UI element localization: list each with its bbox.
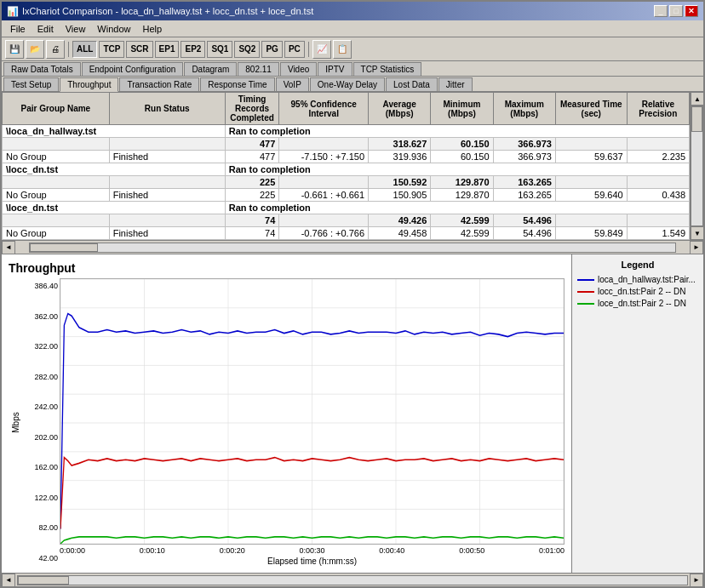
save-button[interactable]: 💾 — [5, 40, 24, 59]
col-header-measured-time: Measured Time (sec) — [555, 93, 627, 125]
chart-scroll-track[interactable] — [17, 575, 688, 585]
legend-item-0: loca_dn_hallway.tst:Pair... — [577, 275, 698, 284]
y-axis-ticks: 386.40 362.00 322.00 282.00 242.00 202.0… — [22, 278, 60, 566]
summary-timing-3: 74 — [225, 214, 279, 227]
x-axis-ticks: 0:00:00 0:00:10 0:00:20 0:00:30 0:00:40 … — [60, 545, 565, 557]
summary-confidence-1 — [279, 138, 369, 151]
filter-ep1[interactable]: EP1 — [155, 41, 180, 58]
filter-tcp[interactable]: TCP — [99, 41, 124, 58]
y-tick-1: 362.00 — [34, 312, 58, 321]
tab-iptv[interactable]: IPTV — [318, 62, 352, 76]
filter-sq2[interactable]: SQ2 — [234, 41, 260, 58]
legend-label-2: loce_dn.tst:Pair 2 -- DN — [598, 299, 686, 308]
tab-lost-data[interactable]: Lost Data — [386, 77, 438, 91]
table-row: No Group Finished 225 -0.661 : +0.661 15… — [3, 189, 690, 202]
summary-min-2: 129.870 — [431, 176, 493, 189]
tab-80211[interactable]: 802.11 — [238, 62, 279, 76]
summary-group-1 — [3, 138, 110, 151]
export-button[interactable]: 📋 — [333, 40, 352, 59]
filter-ep2[interactable]: EP2 — [181, 41, 205, 58]
chart-h-scrollbar[interactable]: ◄ ► — [2, 573, 703, 586]
tab-raw-data[interactable]: Raw Data Totals — [3, 62, 81, 76]
scroll-right-button[interactable]: ► — [690, 241, 703, 254]
summary-avg-1: 318.627 — [369, 138, 431, 151]
close-button[interactable]: ✕ — [685, 5, 698, 17]
open-button[interactable]: 📂 — [26, 40, 44, 59]
tab-test-setup[interactable]: Test Setup — [3, 77, 59, 91]
filter-scr[interactable]: SCR — [126, 41, 152, 58]
chart-button[interactable]: 📈 — [312, 40, 331, 59]
y-tick-0: 386.40 — [34, 282, 58, 290]
summary-avg-3: 49.426 — [369, 214, 431, 227]
chart-svg — [60, 279, 564, 544]
menu-help[interactable]: Help — [137, 23, 167, 35]
menu-view[interactable]: View — [60, 23, 91, 35]
summary-max-3: 54.496 — [493, 214, 555, 227]
tab-jitter[interactable]: Jitter — [438, 77, 473, 91]
table-row: \loce_dn.tst Ran to completion — [3, 202, 690, 214]
maximize-button[interactable]: □ — [669, 5, 683, 17]
detail-max-2: 163.265 — [493, 189, 555, 202]
summary-avg-2: 150.592 — [369, 176, 431, 189]
tab-transaction-rate[interactable]: Transaction Rate — [119, 77, 199, 91]
menu-file[interactable]: File — [5, 23, 31, 35]
detail-time-3: 59.849 — [555, 227, 627, 240]
detail-confidence-2: -0.661 : +0.661 — [279, 189, 369, 202]
chart-scroll-thumb[interactable] — [18, 576, 69, 585]
col-header-maximum: Maximum (Mbps) — [493, 93, 555, 125]
detail-rp-1: 2.235 — [627, 151, 689, 163]
tab-video[interactable]: Video — [280, 62, 317, 76]
chart-plot-area — [60, 278, 565, 545]
tab-voip[interactable]: VoIP — [276, 77, 309, 91]
tab-throughput[interactable]: Throughput — [60, 77, 118, 92]
toolbar: 💾 📂 🖨 ALL TCP SCR EP1 EP2 SQ1 SQ2 PG PC … — [2, 37, 703, 61]
filter-all[interactable]: ALL — [72, 41, 97, 58]
print-button[interactable]: 🖨 — [46, 40, 65, 59]
col-header-pair-group: Pair Group Name — [3, 93, 110, 125]
filter-pg[interactable]: PG — [261, 41, 282, 58]
scroll-up-button[interactable]: ▲ — [691, 92, 703, 106]
y-tick-9: 42.00 — [38, 554, 58, 562]
filter-sq1[interactable]: SQ1 — [207, 41, 232, 58]
col-header-run-status: Run Status — [109, 93, 225, 125]
detail-time-1: 59.637 — [555, 151, 627, 163]
x-tick-2: 0:00:20 — [220, 546, 245, 555]
h-scroll-thumb[interactable] — [30, 243, 98, 252]
horizontal-scrollbar[interactable]: ◄ ► — [2, 240, 703, 254]
summary-time-2 — [555, 176, 627, 189]
scroll-left-button[interactable]: ◄ — [2, 241, 15, 254]
scroll-thumb[interactable] — [691, 106, 702, 132]
detail-max-3: 54.496 — [493, 227, 555, 240]
detail-status-2: Finished — [109, 189, 225, 202]
chart-scroll-right[interactable]: ► — [690, 574, 703, 587]
tab-response-time[interactable]: Response Time — [200, 77, 274, 91]
summary-min-1: 60.150 — [431, 138, 493, 151]
scroll-down-button[interactable]: ▼ — [691, 226, 703, 240]
title-bar: 📊 IxChariot Comparison - loca_dn_hallway… — [2, 2, 703, 20]
y-tick-3: 282.00 — [34, 373, 58, 381]
tab-endpoint[interactable]: Endpoint Configuration — [82, 62, 184, 76]
detail-rp-3: 1.549 — [627, 227, 689, 240]
scroll-track[interactable] — [691, 106, 703, 226]
minimize-button[interactable]: _ — [654, 5, 668, 17]
h-scroll-track[interactable] — [29, 243, 676, 253]
tab-one-way-delay[interactable]: One-Way Delay — [310, 77, 385, 91]
chart-body: Mbps 386.40 362.00 322.00 282.00 242.00 … — [9, 278, 565, 566]
tab-tcp-stats[interactable]: TCP Statistics — [353, 62, 422, 76]
summary-time-3 — [555, 214, 627, 227]
detail-rp-2: 0.438 — [627, 189, 689, 202]
menu-edit[interactable]: Edit — [32, 23, 59, 35]
summary-status-3 — [109, 214, 225, 227]
summary-rp-3 — [627, 214, 689, 227]
menu-window[interactable]: Window — [92, 23, 135, 35]
tab-strip-2: Test Setup Throughput Transaction Rate R… — [2, 77, 703, 92]
table-row: 225 150.592 129.870 163.265 — [3, 176, 690, 189]
tab-datagram[interactable]: Datagram — [184, 62, 237, 76]
col-header-minimum: Minimum (Mbps) — [431, 93, 493, 125]
file-label-1: \loca_dn_hallway.tst — [3, 125, 226, 138]
vertical-scrollbar[interactable]: ▲ ▼ — [690, 92, 703, 240]
filter-pc[interactable]: PC — [284, 41, 305, 58]
chart-scroll-left[interactable]: ◄ — [2, 574, 15, 587]
x-tick-3: 0:00:30 — [299, 546, 324, 555]
x-tick-0: 0:00:00 — [60, 546, 85, 555]
